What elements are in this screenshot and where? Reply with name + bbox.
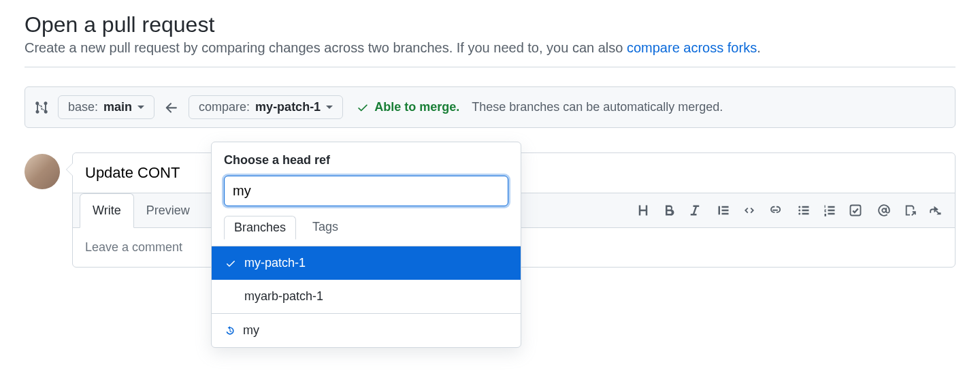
merge-note: These branches can be automatically merg…: [472, 100, 723, 114]
compare-value: my-patch-1: [255, 100, 321, 114]
caret-down-icon: [137, 106, 144, 109]
page-subtitle: Create a new pull request by comparing c…: [24, 40, 956, 56]
recent-label: my: [243, 323, 259, 338]
svg-point-1: [798, 210, 800, 212]
page-title: Open a pull request: [24, 12, 956, 37]
branch-option-label: my-patch-1: [244, 256, 306, 270]
ordered-list-icon[interactable]: [823, 204, 836, 217]
history-icon: [224, 325, 236, 337]
mention-icon[interactable]: [877, 204, 891, 217]
branch-option-label: myarb-patch-1: [244, 289, 323, 304]
italic-icon[interactable]: [688, 204, 702, 217]
formatting-toolbar: [636, 204, 948, 217]
dropdown-title: Choose a head ref: [212, 142, 521, 176]
tasklist-icon[interactable]: [849, 204, 862, 217]
divider: [24, 67, 956, 67]
base-branch-selector[interactable]: base: main: [58, 95, 154, 119]
base-value: main: [103, 100, 132, 114]
branch-option-selected[interactable]: my-patch-1: [212, 246, 521, 280]
merge-status: Able to merge.: [357, 100, 459, 114]
tab-branches[interactable]: Branches: [224, 216, 296, 240]
unordered-list-icon[interactable]: [797, 204, 811, 217]
git-compare-icon: [35, 101, 48, 114]
heading-icon[interactable]: [636, 204, 650, 217]
tab-tags[interactable]: Tags: [303, 216, 348, 239]
svg-point-2: [798, 213, 800, 215]
compare-bar: base: main compare: my-patch-1 Able to m…: [24, 86, 956, 128]
code-icon[interactable]: [742, 204, 756, 217]
ref-tabs: Branches Tags: [212, 216, 521, 246]
base-prefix: base:: [68, 100, 98, 114]
svg-rect-3: [851, 206, 861, 216]
recent-search[interactable]: my: [212, 313, 521, 347]
ref-search-input[interactable]: [224, 176, 508, 206]
branch-option[interactable]: myarb-patch-1: [212, 280, 521, 313]
compare-branch-selector[interactable]: compare: my-patch-1: [189, 95, 343, 119]
avatar: [24, 154, 60, 189]
reply-icon[interactable]: [929, 204, 943, 217]
check-icon: [357, 101, 369, 114]
check-icon: [224, 258, 238, 269]
merge-ok-text: Able to merge.: [374, 100, 459, 114]
compare-across-forks-link[interactable]: compare across forks: [627, 40, 757, 55]
head-ref-dropdown: Choose a head ref Branches Tags my-patch…: [211, 142, 521, 348]
svg-point-0: [798, 206, 800, 208]
subtitle-text: Create a new pull request by comparing c…: [24, 40, 627, 55]
caret-down-icon: [326, 106, 333, 109]
quote-icon[interactable]: [717, 204, 730, 217]
link-icon[interactable]: [768, 204, 782, 217]
bold-icon[interactable]: [662, 204, 676, 217]
tab-preview[interactable]: Preview: [134, 194, 202, 227]
cross-reference-icon[interactable]: [903, 204, 917, 217]
compare-prefix: compare:: [199, 100, 250, 114]
tab-write[interactable]: Write: [80, 193, 134, 228]
arrow-left-icon: [164, 100, 179, 115]
